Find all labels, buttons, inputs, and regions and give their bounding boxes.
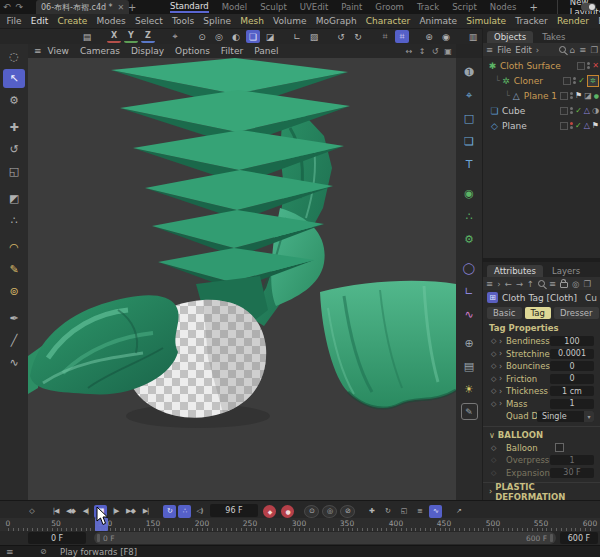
keyframe-dot-icon[interactable]: ◇ [491, 387, 499, 395]
autokey-button[interactable]: ● [281, 505, 294, 518]
material-pencil-icon[interactable]: ✎ [461, 403, 478, 420]
menu-select[interactable]: Select [130, 16, 167, 26]
mode-tab-dresser[interactable]: Dresser [554, 307, 599, 319]
expansion-time-field[interactable]: 30 F [550, 468, 594, 478]
search-icon[interactable] [559, 46, 566, 53]
keyframe-dot-icon[interactable]: ◇ [491, 350, 499, 358]
fcurve-button[interactable]: ↗ [452, 505, 465, 518]
balloon-section-header[interactable]: ∨ BALLOON [483, 426, 600, 442]
render-region-button[interactable]: ◎ [212, 30, 226, 43]
camera-object-icon[interactable]: ▤ [459, 357, 479, 375]
status-menu-icon[interactable]: ≡ [6, 547, 14, 557]
layout-tab-standard[interactable]: Standard [170, 1, 209, 13]
menu-modes[interactable]: Modes [92, 16, 130, 26]
select-ring-tool[interactable]: ◌ [3, 47, 25, 66]
filter-icon[interactable]: ≡ [579, 45, 586, 55]
layout-tab-paint[interactable]: Paint [341, 2, 362, 12]
vp-menu-filter[interactable]: Filter [221, 46, 243, 56]
pen-square-tool[interactable]: ✎ [3, 260, 25, 279]
vp-menu-display[interactable]: Display [131, 46, 164, 56]
collider-tag-icon[interactable]: △ [584, 121, 590, 130]
object-row-cloner[interactable]: └ ✲ Cloner ✓ ✲ [483, 73, 600, 88]
move-tool[interactable]: ✚ [3, 118, 25, 137]
sim-keys-button[interactable]: ∴ [178, 505, 191, 518]
pen-circles-tool[interactable]: ⊚ [3, 282, 25, 301]
expand-caret-icon[interactable]: › [499, 349, 506, 358]
spline-axis-icon[interactable]: ∟ [459, 282, 479, 300]
range-start-field[interactable]: 0 F [28, 532, 86, 544]
tab-takes[interactable]: Takes [535, 31, 572, 43]
balloon-checkbox[interactable] [555, 443, 564, 452]
snap-off-button[interactable]: ⌗ [378, 30, 392, 43]
next-key-button[interactable]: ▶◆ [124, 505, 137, 518]
plane-primitive-icon[interactable]: □ [459, 109, 479, 127]
vp-menu-options[interactable]: Options [175, 46, 210, 56]
pla-button[interactable]: ⊘ [340, 505, 355, 518]
coordinate-icon[interactable]: ⌖ [459, 86, 479, 104]
attr-menu-icon[interactable]: ≡ [486, 279, 493, 289]
selection-move-tool[interactable]: ◩ [3, 189, 25, 208]
layout-tab-model[interactable]: Model [222, 2, 248, 12]
current-frame-field[interactable]: 96 F [210, 504, 258, 517]
plane-snap-button[interactable]: ▨ [307, 30, 321, 43]
material-dot-icon[interactable]: ● [594, 92, 599, 99]
tweak-tool[interactable]: ⚙ [3, 91, 25, 110]
menu-extensions[interactable]: Extensions [594, 16, 600, 26]
pen-one-icon[interactable]: ➊ [459, 63, 479, 81]
visibility-dots[interactable] [570, 92, 573, 99]
bendiness-field[interactable]: 100 [550, 336, 594, 346]
tab-layers[interactable]: Layers [545, 265, 587, 277]
objects-more-chevron[interactable]: › [536, 45, 539, 55]
tab-attributes[interactable]: Attributes [487, 265, 543, 277]
overpressure-field[interactable]: 1 [550, 455, 594, 465]
enabled-check-icon[interactable]: ✓ [575, 121, 582, 130]
enable-checkbox[interactable] [560, 92, 568, 100]
spline-circle-icon[interactable]: ◯ [459, 259, 479, 277]
keyframe-dot-icon[interactable]: ◇ [491, 375, 499, 383]
forward-arrow-icon[interactable]: → [516, 279, 523, 289]
menu-mesh[interactable]: Mesh [236, 16, 269, 26]
home-icon[interactable]: ⌂ [570, 45, 575, 55]
target-icon[interactable]: ◎ [572, 279, 579, 289]
filter-icon[interactable]: ≡ [549, 279, 556, 289]
visibility-dots[interactable] [573, 77, 576, 84]
menu-file[interactable]: File [2, 16, 26, 26]
export-icon[interactable]: ❐ [590, 45, 598, 55]
bounciness-field[interactable]: 0 [550, 361, 594, 371]
layout-tab-script[interactable]: Script [452, 2, 477, 12]
arc-pen-tool[interactable]: ◠ [3, 238, 25, 257]
record-rotation-toggle[interactable]: ↻ [381, 505, 394, 518]
menu-volume[interactable]: Volume [268, 16, 311, 26]
maximize-icon[interactable]: ▣ [443, 47, 453, 56]
menu-animate[interactable]: Animate [415, 16, 462, 26]
document-tab[interactable]: 06-布料-布褶.c4d * ✕ [36, 0, 129, 14]
record-button[interactable]: ◆ [263, 505, 276, 518]
render-settings-button[interactable]: ◐ [229, 30, 243, 43]
visibility-dots[interactable] [587, 62, 590, 69]
dolly-icon[interactable]: ↕ [417, 47, 427, 56]
keyframe-dot-icon[interactable]: ◇ [491, 400, 499, 408]
layout-toggle-switch[interactable] [581, 3, 596, 11]
stretchiness-field[interactable]: 0.0001 [550, 349, 594, 359]
vp-menu-view[interactable]: View [48, 46, 69, 56]
menu-simulate[interactable]: Simulate [462, 16, 511, 26]
visibility-dots[interactable] [570, 122, 573, 129]
layout-tab-sculpt[interactable]: Sculpt [260, 2, 287, 12]
prev-key-button[interactable]: ◀◆ [64, 505, 77, 518]
axis-z-lock[interactable]: Z [141, 30, 155, 43]
menu-spline[interactable]: Spline [199, 16, 236, 26]
keyframe-dot-icon[interactable]: ◇ [491, 444, 499, 452]
attr-chevron[interactable]: › [497, 279, 500, 289]
mode-texture-button[interactable]: ◪ [263, 30, 277, 43]
cloth-tag-selected-icon[interactable]: ✲ [587, 75, 599, 87]
coord-system-icon[interactable]: ⌖ [168, 30, 182, 43]
expand-caret-icon[interactable]: › [499, 399, 506, 408]
range-handle-right[interactable] [550, 534, 553, 542]
expand-caret-icon[interactable]: › [499, 374, 506, 383]
axis-x-lock[interactable]: X [107, 30, 121, 43]
goto-start-button[interactable]: |◀ [49, 505, 62, 518]
timeline-ruler[interactable]: 050100150200250300350400450500550600 [0, 518, 600, 531]
array-generator-icon[interactable]: ∴ [459, 207, 479, 225]
target-b-icon[interactable]: ◉ [439, 30, 453, 43]
phong-tag-icon[interactable]: ◑ [592, 106, 599, 115]
